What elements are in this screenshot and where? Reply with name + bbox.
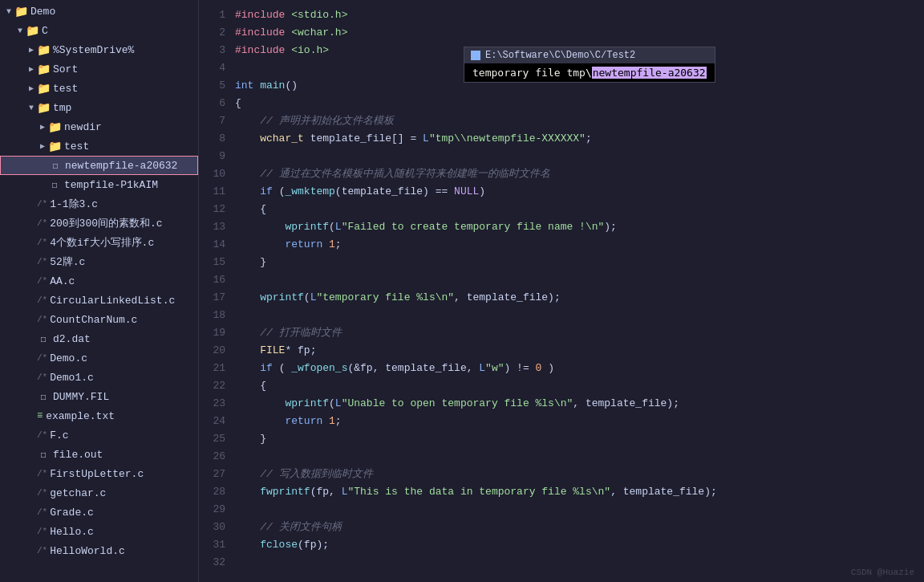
sidebar-item-example[interactable]: ≡ example.txt	[0, 406, 198, 425]
label-grade: Grade.c	[50, 507, 94, 519]
label-52: 52牌.c	[50, 254, 85, 269]
arrow-dummy	[26, 391, 37, 402]
prefix-getchar: /*	[37, 488, 47, 498]
sidebar-item-sort[interactable]: ▶ 📁 Sort	[0, 59, 198, 79]
sidebar-item-tmp[interactable]: ▼ 📁 tmp	[0, 98, 198, 117]
sidebar[interactable]: ▼ 📁 Demo ▼ 📁 C ▶ 📁 %SystemDrive% ▶ 📁 Sor…	[0, 0, 199, 582]
label-tempfile: tempfile-P1kAIM	[64, 179, 158, 191]
label-fileout: file.out	[53, 449, 103, 461]
sidebar-item-firstup[interactable]: /* FirstUpLetter.c	[0, 464, 198, 483]
txt-icon-example: ≡	[37, 410, 43, 421]
arrow-demo: ▼	[3, 6, 14, 17]
prefix-circular: /*	[37, 295, 47, 305]
sidebar-item-tempfile[interactable]: ☐ tempfile-P1kAIM	[0, 175, 198, 194]
sidebar-item-circular[interactable]: /* CircularLinkedList.c	[0, 291, 198, 310]
arrow-d2	[26, 333, 37, 344]
arrow-hello	[26, 526, 37, 537]
sidebar-item-getchar[interactable]: /* getchar.c	[0, 483, 198, 503]
label-sort: Sort	[53, 63, 78, 75]
arrow-c: ▼	[14, 25, 26, 36]
arrow-4num	[26, 237, 37, 248]
prefix-hello: /*	[37, 527, 47, 536]
arrow-helloworld	[26, 545, 37, 556]
sidebar-item-1-1[interactable]: /* 1-1除3.c	[0, 194, 198, 214]
label-1-1: 1-1除3.c	[50, 197, 98, 211]
arrow-f-c	[26, 429, 37, 441]
file-icon-dummy: ☐	[37, 390, 50, 403]
sidebar-item-systemdrive[interactable]: ▶ 📁 %SystemDrive%	[0, 40, 198, 59]
label-example: example.txt	[46, 410, 115, 422]
arrow-newdir: ▶	[37, 121, 48, 132]
sidebar-item-aa[interactable]: /* AA.c	[0, 271, 198, 291]
arrow-demo1-c	[26, 372, 37, 383]
sidebar-item-c[interactable]: ▼ 📁 C	[0, 21, 198, 40]
label-aa: AA.c	[50, 275, 75, 287]
prefix-200: /*	[37, 218, 47, 228]
arrow-test: ▶	[26, 83, 37, 94]
label-demo-c: Demo.c	[50, 352, 87, 364]
label-test-sub: test	[64, 140, 89, 153]
prefix-firstup: /*	[37, 469, 47, 478]
prefix-f-c: /*	[37, 430, 47, 440]
sidebar-item-grade[interactable]: /* Grade.c	[0, 503, 198, 522]
sidebar-item-4num[interactable]: /* 4个数if大小写排序.c	[0, 233, 198, 252]
label-c: C	[42, 25, 48, 37]
folder-icon-demo: 📁	[14, 5, 27, 18]
sidebar-item-demo-c[interactable]: /* Demo.c	[0, 348, 198, 368]
sidebar-item-fileout[interactable]: ☐ file.out	[0, 445, 198, 464]
sidebar-item-200[interactable]: /* 200到300间的素数和.c	[0, 214, 198, 233]
arrow-demo-c	[26, 352, 37, 364]
code-content[interactable]: 12345 678910 1112131415 1617181920 21222…	[199, 0, 924, 582]
arrow-1-1	[26, 198, 37, 210]
prefix-countchar: /*	[37, 315, 47, 324]
editor-area: 12345 678910 1112131415 1617181920 21222…	[199, 0, 924, 582]
prefix-1-1: /*	[37, 199, 47, 209]
arrow-firstup	[26, 468, 37, 479]
arrow-circular	[26, 295, 37, 306]
sidebar-item-demo1-c[interactable]: /* Demo1.c	[0, 368, 198, 387]
label-200: 200到300间的素数和.c	[50, 216, 162, 230]
label-countchar: CountCharNum.c	[50, 314, 137, 326]
sidebar-item-helloworld[interactable]: /* HelloWorld.c	[0, 541, 198, 560]
folder-icon-sort: 📁	[37, 63, 50, 75]
tooltip-title-bar: E:\Software\C\Demo\C/Test2	[464, 47, 715, 63]
file-icon-d2: ☐	[37, 332, 50, 345]
watermark: CSDN @Huazie	[851, 568, 914, 577]
file-icon-fileout: ☐	[37, 448, 50, 461]
main-container: ▼ 📁 Demo ▼ 📁 C ▶ 📁 %SystemDrive% ▶ 📁 Sor…	[0, 0, 924, 582]
sidebar-item-newdir[interactable]: ▶ 📁 newdir	[0, 117, 198, 136]
sidebar-item-hello[interactable]: /* Hello.c	[0, 522, 198, 541]
arrow-grade	[26, 507, 37, 518]
tooltip-content-prefix: temporary file tmp\	[472, 67, 592, 79]
code-editor[interactable]: #include <stdio.h> #include <wchar.h> #i…	[235, 0, 924, 582]
arrow-getchar	[26, 487, 37, 499]
label-systemdrive: %SystemDrive%	[53, 44, 134, 56]
label-test: test	[53, 83, 78, 95]
label-dummy: DUMMY.FIL	[53, 391, 109, 403]
arrow-tempfile	[37, 179, 48, 190]
prefix-helloworld: /*	[37, 546, 47, 556]
sidebar-item-demo[interactable]: ▼ 📁 Demo	[0, 2, 198, 21]
prefix-52: /*	[37, 257, 47, 267]
folder-icon-newdir: 📁	[48, 120, 61, 133]
label-helloworld: HelloWorld.c	[50, 545, 125, 557]
arrow-systemdrive: ▶	[26, 44, 37, 55]
label-d2: d2.dat	[53, 333, 91, 345]
sidebar-item-d2[interactable]: ☐ d2.dat	[0, 329, 198, 348]
label-4num: 4个数if大小写排序.c	[50, 235, 154, 250]
line-numbers: 12345 678910 1112131415 1617181920 21222…	[199, 0, 235, 582]
sidebar-item-test[interactable]: ▶ 📁 test	[0, 79, 198, 98]
label-circular: CircularLinkedList.c	[50, 295, 175, 307]
sidebar-item-52[interactable]: /* 52牌.c	[0, 252, 198, 271]
sidebar-item-newtempfile[interactable]: ☐ newtempfile-a20632	[0, 156, 198, 175]
sidebar-item-countchar[interactable]: /* CountCharNum.c	[0, 310, 198, 329]
label-newdir: newdir	[64, 121, 102, 133]
arrow-sort: ▶	[26, 63, 37, 75]
folder-icon-test-sub: 📁	[48, 140, 61, 153]
sidebar-item-f-c[interactable]: /* F.c	[0, 425, 198, 445]
prefix-demo-c: /*	[37, 353, 47, 363]
folder-icon-systemdrive: 📁	[37, 43, 50, 56]
sidebar-item-test-sub[interactable]: ▶ 📁 test	[0, 136, 198, 156]
file-icon-tempfile: ☐	[48, 178, 61, 191]
sidebar-item-dummy[interactable]: ☐ DUMMY.FIL	[0, 387, 198, 406]
